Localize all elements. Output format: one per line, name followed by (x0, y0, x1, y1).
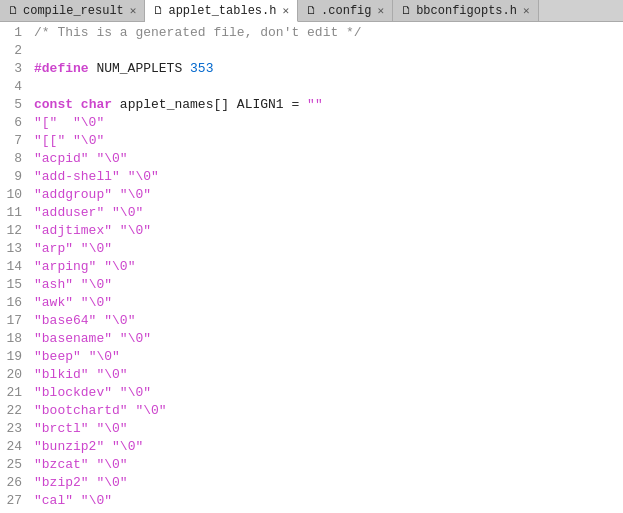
table-row: 26"bzip2" "\0" (0, 474, 623, 492)
tab-close-button[interactable]: ✕ (521, 4, 532, 17)
line-content: "add-shell" "\0" (30, 168, 623, 186)
table-row: 7"[[" "\0" (0, 132, 623, 150)
line-number: 23 (0, 420, 30, 438)
token-normal (112, 187, 120, 202)
file-icon: 🗋 (401, 4, 412, 17)
line-content: "arping" "\0" (30, 258, 623, 276)
table-row: 21"blockdev" "\0" (0, 384, 623, 402)
token-normal (73, 493, 81, 508)
table-row: 14"arping" "\0" (0, 258, 623, 276)
table-row: 25"bzcat" "\0" (0, 456, 623, 474)
line-number: 26 (0, 474, 30, 492)
token-string: "\0" (96, 151, 127, 166)
line-content: "adduser" "\0" (30, 204, 623, 222)
editor: 1/* This is a generated file, don't edit… (0, 22, 623, 513)
table-row: 8"acpid" "\0" (0, 150, 623, 168)
line-number: 3 (0, 60, 30, 78)
token-string: "\0" (120, 385, 151, 400)
token-normal (57, 115, 73, 130)
token-string: "acpid" (34, 151, 89, 166)
line-content: "bootchartd" "\0" (30, 402, 623, 420)
tab-close-button[interactable]: ✕ (376, 4, 387, 17)
line-content: const char applet_names[] ALIGN1 = "" (30, 96, 623, 114)
line-number: 2 (0, 42, 30, 60)
line-number: 1 (0, 24, 30, 42)
file-icon: 🗋 (153, 4, 164, 17)
tab-label: compile_result (23, 4, 124, 18)
line-number: 10 (0, 186, 30, 204)
token-normal (73, 277, 81, 292)
line-content: "basename" "\0" (30, 330, 623, 348)
table-row: 15"ash" "\0" (0, 276, 623, 294)
token-normal (104, 205, 112, 220)
line-number: 9 (0, 168, 30, 186)
token-comment: /* This is a generated file, don't edit … (34, 25, 362, 40)
table-row: 2 (0, 42, 623, 60)
tab-config[interactable]: 🗋.config✕ (298, 0, 393, 21)
token-normal (73, 97, 81, 112)
line-content: #define NUM_APPLETS 353 (30, 60, 623, 78)
token-number: 353 (190, 61, 213, 76)
line-number: 17 (0, 312, 30, 330)
line-number: 24 (0, 438, 30, 456)
token-keyword: const (34, 97, 73, 112)
token-string: "bunzip2" (34, 439, 104, 454)
token-string: "cal" (34, 493, 73, 508)
line-number: 8 (0, 150, 30, 168)
code-lines: 1/* This is a generated file, don't edit… (0, 24, 623, 510)
token-normal (73, 295, 81, 310)
table-row: 20"blkid" "\0" (0, 366, 623, 384)
token-normal (81, 349, 89, 364)
file-icon: 🗋 (8, 4, 19, 17)
line-number: 11 (0, 204, 30, 222)
line-content: "blkid" "\0" (30, 366, 623, 384)
line-number: 21 (0, 384, 30, 402)
line-number: 13 (0, 240, 30, 258)
table-row: 9"add-shell" "\0" (0, 168, 623, 186)
table-row: 23"brctl" "\0" (0, 420, 623, 438)
token-string: "blkid" (34, 367, 89, 382)
line-content: "bzcat" "\0" (30, 456, 623, 474)
line-content: "cal" "\0" (30, 492, 623, 510)
token-string: "" (307, 97, 323, 112)
table-row: 24"bunzip2" "\0" (0, 438, 623, 456)
file-icon: 🗋 (306, 4, 317, 17)
tab-close-button[interactable]: ✕ (128, 4, 139, 17)
token-string: "\0" (81, 295, 112, 310)
line-content: "[" "\0" (30, 114, 623, 132)
line-number: 16 (0, 294, 30, 312)
token-string: "bootchartd" (34, 403, 128, 418)
tab-bar: 🗋compile_result✕🗋applet_tables.h✕🗋.confi… (0, 0, 623, 22)
token-string: "basename" (34, 331, 112, 346)
line-number: 6 (0, 114, 30, 132)
tab-compile_result[interactable]: 🗋compile_result✕ (0, 0, 145, 21)
line-number: 18 (0, 330, 30, 348)
table-row: 1/* This is a generated file, don't edit… (0, 24, 623, 42)
line-number: 12 (0, 222, 30, 240)
token-string: "\0" (81, 277, 112, 292)
line-number: 15 (0, 276, 30, 294)
line-number: 20 (0, 366, 30, 384)
line-content: "acpid" "\0" (30, 150, 623, 168)
tab-applet_tables_h[interactable]: 🗋applet_tables.h✕ (145, 0, 298, 22)
table-row: 16"awk" "\0" (0, 294, 623, 312)
token-string: "beep" (34, 349, 81, 364)
table-row: 27"cal" "\0" (0, 492, 623, 510)
token-string: "\0" (120, 187, 151, 202)
tab-close-button[interactable]: ✕ (280, 4, 291, 17)
line-number: 4 (0, 78, 30, 96)
table-row: 11"adduser" "\0" (0, 204, 623, 222)
table-row: 4 (0, 78, 623, 96)
token-define: #define (34, 61, 89, 76)
token-string: "[[" (34, 133, 65, 148)
token-string: "\0" (128, 169, 159, 184)
token-string: "awk" (34, 295, 73, 310)
tab-label: bbconfigopts.h (416, 4, 517, 18)
token-string: "\0" (135, 403, 166, 418)
token-string: "\0" (81, 241, 112, 256)
line-content: /* This is a generated file, don't edit … (30, 24, 623, 42)
table-row: 18"basename" "\0" (0, 330, 623, 348)
tab-label: applet_tables.h (168, 4, 276, 18)
token-keyword: char (81, 97, 112, 112)
tab-bbconfigopts_h[interactable]: 🗋bbconfigopts.h✕ (393, 0, 538, 21)
